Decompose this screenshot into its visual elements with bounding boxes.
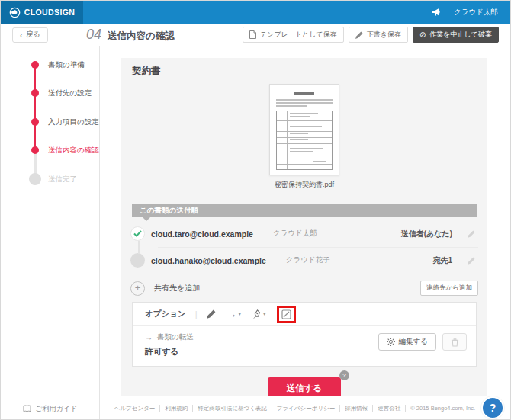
options-card: オプション | → ▾ ▾ [132,302,477,367]
recipient-email: cloud.taro@cloud.example [151,229,253,239]
footer-link-help-center[interactable]: ヘルプセンター [114,405,156,412]
thumb-contract-title [294,92,314,95]
step-number: 04 [86,27,101,43]
abort-and-discard-button[interactable]: ⊘ 作業を中止して破棄 [413,27,499,43]
slashed-box-icon[interactable] [281,309,291,319]
template-document-icon [249,30,256,39]
page-header: ‹ 戻る 04 送信内容の確認 テンプレートとして保存 下書き保存 ⊘ 作 [1,24,510,46]
page-title-text: 送信内容の確認 [108,30,175,43]
add-share-plus-icon[interactable]: + [130,281,145,296]
recipient-role: 宛先1 [432,255,452,266]
document-section-title: 契約書 [121,58,487,78]
footer-link-company[interactable]: 運営会社 [372,405,400,412]
prohibit-icon: ⊘ [419,30,426,39]
toolbar-divider: | [195,309,198,319]
footer-copyright: © 2015 Bengo4.com, Inc. [405,405,475,412]
confirmation-panel: 契約書 秘密保持契約書.pdf [121,58,487,396]
back-button[interactable]: ‹ 戻る [12,27,48,43]
edit-transfer-button[interactable]: 編集する [378,333,436,351]
help-button[interactable]: ? [481,396,504,419]
stepper-item-confirm[interactable]: 送信内容の確認 [1,143,99,158]
edit-recipient-pencil-icon[interactable] [468,257,475,265]
gear-icon [387,338,395,346]
main-content: 契約書 秘密保持契約書.pdf [100,46,510,420]
recipient-row-sender: cloud.taro@cloud.example クラウド太郎 送信者(あなた) [130,220,478,247]
recipient-role: 送信者(あなた) [401,229,452,239]
transfer-section: → 書類の転送 許可する 編集する [133,326,476,366]
arrow-right-icon: → [228,309,237,319]
step-dot [31,61,39,69]
cloudsign-logo-icon [9,7,21,18]
edit-recipient-pencil-icon[interactable] [468,230,475,238]
add-share-row: + 共有先を追加 連絡先から追加 [121,274,487,302]
footer-link-commerce-law[interactable]: 特定商取引法に基づく表記 [192,405,267,412]
send-help-badge-icon[interactable]: ? [339,370,349,380]
add-from-contacts-button[interactable]: 連絡先から追加 [420,281,478,296]
options-label: オプション [145,309,186,319]
trash-icon [451,338,459,347]
save-draft-button[interactable]: 下書き保存 [349,27,408,43]
step-dot [31,89,39,97]
transfer-label: 書類の転送 [157,332,194,342]
recipient-email: cloud.hanako@cloud.example [151,256,266,265]
top-navigation-bar: CLOUDSIGN クラウド太郎 [1,1,510,24]
recipient-order-circle [130,253,145,268]
save-as-template-button[interactable]: テンプレートとして保存 [243,27,344,43]
cloudsign-logo[interactable]: CLOUDSIGN [1,1,83,24]
usage-guide-link[interactable]: ご利用ガイド [1,396,99,420]
recipient-list: cloud.taro@cloud.example クラウド太郎 送信者(あなた)… [121,220,487,274]
annotation-red-highlight-box [277,306,296,323]
step-dot [31,146,39,154]
document-file-name: 秘密保持契約書.pdf [121,180,487,190]
message-pencil-icon[interactable] [207,309,216,319]
step-dot [29,173,41,185]
user-menu[interactable]: クラウド太郎 [454,8,498,18]
footer-link-careers[interactable]: 採用情報 [339,405,368,412]
chevron-down-icon: ▾ [263,311,266,317]
chevron-down-icon: ▾ [239,311,242,317]
announcement-megaphone-icon[interactable] [432,8,442,17]
add-share-label: 共有先を追加 [154,283,200,293]
arrow-right-icon: → [145,333,153,341]
step-dot [31,118,39,126]
sender-check-icon [130,226,145,241]
recipient-name: クラウド花子 [286,255,330,265]
draft-pencil-icon [355,31,363,39]
book-icon [23,405,31,412]
cloudsign-app-window: CLOUDSIGN クラウド太郎 ‹ 戻る 04 送信内容の確認 テンプレートと… [0,0,511,420]
footer: ヘルプセンター 利用規約 特定商取引法に基づく表記 プライバシーポリシー 採用情… [100,396,510,420]
signature-pen-dropdown[interactable]: ▾ [253,309,266,319]
forward-arrow-dropdown[interactable]: → ▾ [228,309,242,319]
footer-link-privacy[interactable]: プライバシーポリシー [272,405,335,412]
footer-link-terms[interactable]: 利用規約 [159,405,188,412]
stepper-sidebar: 書類の準備 送付先の設定 入力項目の設定 送信内容の確認 送信完了 [1,46,100,420]
recipient-name: クラウド太郎 [273,229,317,239]
chevron-left-icon: ‹ [20,30,23,40]
options-toolbar: オプション | → ▾ ▾ [133,303,476,326]
stepper-item-recipients[interactable]: 送付先の設定 [1,85,99,101]
stepper-item-input-fields[interactable]: 入力項目の設定 [1,114,99,130]
recipient-row-1: cloud.hanako@cloud.example クラウド花子 宛先1 [130,247,478,274]
send-order-header: この書類の送付順 [132,204,477,217]
delete-transfer-button[interactable] [442,333,467,351]
stepper-item-complete: 送信完了 [1,172,99,187]
stepper-item-document-prep[interactable]: 書類の準備 [1,57,99,72]
document-thumbnail[interactable] [269,84,339,175]
cloudsign-logo-text: CLOUDSIGN [24,8,76,17]
thumb-contract-table [276,111,333,170]
stepper-rail-done [34,65,36,150]
page-title: 04 送信内容の確認 [86,27,175,43]
